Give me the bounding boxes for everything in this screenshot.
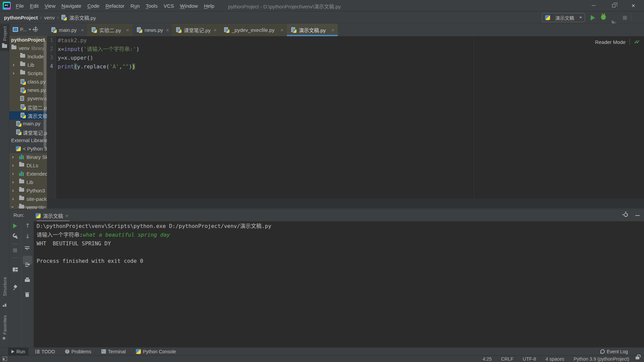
toolwindow-button-python-console[interactable]: Python Console — [132, 348, 179, 355]
editor[interactable]: 1234 #task2.pyx=input('请输入一个字符串:')y=x.up… — [47, 36, 644, 199]
locate-file-icon[interactable] — [33, 27, 38, 32]
debug-button[interactable] — [601, 14, 606, 20]
inspections-ok-icon[interactable]: ✓✓ — [634, 39, 641, 45]
toolwindow-button-run[interactable]: Run — [8, 348, 29, 355]
chevron-right-icon[interactable]: › — [13, 62, 14, 67]
breadcrumb-file[interactable]: 演示文稿.py — [69, 14, 96, 21]
editor-tab-1[interactable]: main.py× — [47, 23, 87, 36]
status-item[interactable]: Python 3.9 (pythonProject) — [574, 356, 629, 362]
run-configuration-select[interactable]: 演示文稿 — [542, 13, 585, 22]
chevron-right-icon[interactable]: › — [12, 179, 14, 185]
gear-icon[interactable] — [624, 213, 628, 217]
tree-item[interactable]: pythonProject — [9, 36, 47, 44]
editor-tab-5[interactable]: _pydev_execfile.py× — [220, 23, 287, 36]
pin-tab-icon[interactable] — [12, 285, 18, 290]
status-item[interactable]: 4 spaces — [545, 356, 564, 362]
toolwindow-button-problems[interactable]: Problems — [62, 348, 95, 355]
close-icon[interactable]: × — [65, 213, 68, 219]
breadcrumb: pythonProject › venv › 演示文稿.py — [4, 12, 96, 23]
tree-item[interactable]: < Python 3. — [9, 145, 47, 153]
menu-item-window[interactable]: Window — [177, 3, 201, 9]
restore-layout-icon[interactable] — [13, 267, 18, 272]
rerun-button[interactable] — [13, 224, 17, 228]
project-tree-vertical-scrollbar[interactable] — [44, 40, 46, 148]
scroll-to-end-icon[interactable] — [25, 262, 30, 267]
tree-item[interactable]: venvlibrary — [9, 44, 47, 53]
close-icon[interactable]: × — [331, 27, 334, 33]
tree-item[interactable]: 演示文稿.py — [9, 111, 47, 120]
close-icon[interactable]: × — [280, 27, 283, 33]
toolwindow-button-todo[interactable]: TODO — [32, 348, 58, 355]
chevron-right-icon[interactable]: › — [13, 70, 14, 76]
menu-item-vcs[interactable]: VCS — [161, 3, 177, 9]
code-area[interactable]: #task2.pyx=input('请输入一个字符串:')y=x.upper()… — [58, 36, 140, 71]
menu-item-view[interactable]: View — [42, 3, 58, 9]
toolwindow-button-terminal[interactable]: Terminal — [98, 348, 129, 355]
tree-item[interactable]: 课堂笔记.py — [9, 128, 47, 136]
menu-item-tools[interactable]: Tools — [143, 3, 161, 9]
menu-item-run[interactable]: Run — [127, 3, 143, 9]
editor-tab-4[interactable]: 课堂笔记.py× — [172, 23, 220, 36]
chevron-right-icon[interactable]: › — [12, 154, 14, 160]
run-tab[interactable]: 演示文稿 × — [33, 209, 71, 222]
editor-tab-2[interactable]: 实验二.py× — [87, 23, 132, 36]
menu-item-navigate[interactable]: Navigate — [58, 3, 84, 9]
toolwindow-toggle-icon[interactable] — [3, 357, 7, 361]
reader-mode-label[interactable]: Reader Mode — [595, 39, 626, 45]
menu-item-refactor[interactable]: Refactor — [102, 3, 127, 9]
tree-item[interactable]: ›Binary Skeletons — [9, 153, 47, 162]
close-icon[interactable]: × — [81, 27, 84, 33]
stripe-button-project[interactable]: Project — [0, 24, 9, 51]
restore-button[interactable] — [606, 0, 622, 11]
menu-item-edit[interactable]: Edit — [27, 3, 42, 9]
tree-item[interactable]: pyvenv.cfg — [9, 95, 47, 103]
toolbar-separator — [631, 14, 632, 20]
menu-item-code[interactable]: Code — [85, 3, 103, 9]
chevron-right-icon[interactable]: › — [12, 162, 14, 168]
tree-item[interactable]: 实验二.py — [9, 103, 47, 111]
breadcrumb-venv[interactable]: venv — [44, 15, 55, 20]
breadcrumb-project[interactable]: pythonProject — [4, 15, 38, 20]
tree-item[interactable]: class.py — [9, 78, 47, 86]
editor-tab-3[interactable]: news.py× — [132, 23, 172, 36]
tree-item[interactable]: news.py — [9, 86, 47, 95]
tree-item[interactable]: ›Scripts — [9, 69, 47, 78]
down-stacktrace-icon[interactable]: ↓ — [25, 233, 30, 240]
unlock-icon[interactable] — [636, 357, 639, 359]
close-button[interactable]: × — [625, 0, 641, 11]
editor-tab-6[interactable]: 演示文稿.py× — [287, 23, 338, 36]
tree-item[interactable]: Include — [9, 53, 47, 61]
tree-item[interactable]: ›Python3 — [9, 187, 47, 195]
chevron-right-icon[interactable]: › — [12, 196, 14, 201]
project-view-dropdown[interactable]: P... — [20, 27, 26, 32]
console-output[interactable]: D:\pythonProject\venv\Scripts\python.exe… — [34, 221, 644, 347]
minimize-button[interactable] — [586, 0, 602, 11]
tree-item[interactable]: ›Extended — [9, 170, 47, 178]
up-stacktrace-icon[interactable]: ↑ — [25, 222, 30, 229]
status-item[interactable]: CRLF — [501, 356, 514, 362]
status-item[interactable]: UTF-8 — [523, 356, 536, 362]
edit-configuration-icon[interactable] — [13, 234, 18, 239]
event-log-button[interactable]: Event Log — [600, 348, 628, 355]
menu-item-help[interactable]: Help — [201, 3, 217, 9]
project-tree-horizontal-scrollbar[interactable] — [18, 206, 46, 208]
print-icon[interactable] — [25, 278, 30, 282]
menu-item-file[interactable]: File — [13, 3, 27, 9]
chevron-right-icon[interactable]: › — [12, 187, 14, 193]
tree-item[interactable]: ›Lib — [9, 178, 47, 187]
tree-item[interactable]: ›site-packages — [9, 195, 47, 203]
soft-wrap-icon[interactable] — [25, 246, 30, 250]
hide-panel-icon[interactable] — [635, 215, 640, 216]
close-icon[interactable]: × — [166, 27, 169, 33]
chevron-down-icon[interactable]: › — [10, 206, 16, 208]
status-item[interactable]: 4:25 — [483, 356, 492, 362]
tree-item[interactable]: External Libraries — [9, 136, 47, 145]
chevron-right-icon[interactable]: › — [12, 171, 14, 176]
clear-all-icon[interactable] — [25, 292, 29, 297]
close-icon[interactable]: × — [214, 27, 217, 33]
tree-item[interactable]: main.py — [9, 120, 47, 128]
tree-item[interactable]: ›Lib — [9, 61, 47, 69]
tree-item[interactable]: ›DLLs — [9, 162, 47, 170]
run-button[interactable] — [591, 15, 595, 20]
close-icon[interactable]: × — [126, 27, 129, 33]
